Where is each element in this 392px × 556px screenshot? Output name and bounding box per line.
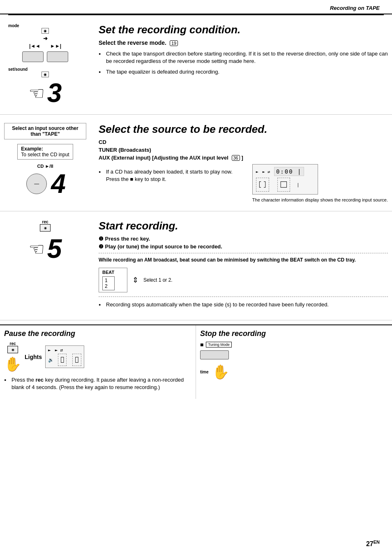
source-aux: AUX (External input) [Adjusting the AUX … — [99, 155, 388, 161]
pause-title: Pause the recording — [4, 329, 191, 338]
pause-section: Pause the recording rec ◉ ✋ Lights ► — [0, 325, 196, 398]
dashed-divider2 — [99, 297, 388, 297]
time-label: time — [200, 370, 209, 374]
section-start-recording: rec ◉ ☞ 5 Start recording. ❶ Press the r… — [0, 211, 392, 320]
pause-bullet: Press the rec key during recording. It p… — [4, 376, 191, 391]
display-caption: The character information display shows … — [252, 197, 388, 203]
display-row2: ┌ ┐└ ┘ ┌─┐└─┘ | — [256, 178, 314, 192]
pause-diagram: rec ◉ ✋ Lights ► ► ⇄ 🔉 — [4, 341, 191, 372]
bottom-row: Pause the recording rec ◉ ✋ Lights ► — [0, 324, 392, 398]
tuning-mode-box: Tuning Mode — [206, 342, 231, 348]
prev-button[interactable] — [22, 51, 44, 62]
page-header: Recording on TAPE — [0, 0, 392, 14]
lights-area: Lights — [25, 354, 42, 360]
next-arrow: ►►| — [50, 43, 61, 49]
hand-icon2: ☞ — [29, 239, 45, 259]
display-row1: ► ► ⇄ 0:00 | — [256, 167, 314, 176]
source-tuner: TUNER (Broadcasts) — [99, 147, 388, 153]
repeat-icon: ► ⇄ — [263, 169, 270, 174]
pause-disp-row1: ► ► ⇄ — [48, 348, 81, 353]
page-number-suffix: EN — [374, 540, 380, 544]
section2-text: Select the source to be recorded. CD TUN… — [90, 119, 392, 207]
stop-button[interactable] — [200, 350, 229, 359]
pause-speaker-icon: 🔉 — [48, 357, 54, 363]
section3-title: Start recording. — [99, 220, 388, 232]
rec-box[interactable]: ◉ — [40, 224, 51, 232]
section3-bullets: Recording stops automatically when the t… — [99, 301, 388, 308]
rec-label: rec — [42, 220, 48, 224]
bullet-item: If a CD has already been loaded, it star… — [99, 168, 244, 183]
pause-disp-row2: 🔉 ┌┐└┘ ┌┐└┘ — [48, 354, 81, 366]
step1-annotation: mode ◉ ➜ |◄◄ ►►| set/sound ◉ — [4, 23, 86, 106]
section-select-source: Select an input source other than "TAPE"… — [0, 115, 392, 211]
transport-buttons — [22, 51, 68, 62]
section2-diagram: Select an input source other than "TAPE"… — [0, 119, 90, 207]
section2-bullets: If a CD has already been loaded, it star… — [99, 168, 244, 186]
beat-arrow: ⇕ — [132, 276, 138, 285]
section1-ref: 19 — [170, 40, 178, 46]
page-number: 27 — [366, 540, 374, 547]
example-box: Example: To select the CD input — [17, 144, 73, 160]
stop-section: Stop the recording ■ Tuning Mode time ✋ — [196, 325, 392, 398]
dashed-divider1 — [99, 253, 388, 253]
track-display: ┌ ┐└ ┘ — [256, 178, 269, 192]
display-area: ► ► ⇄ 0:00 | ┌ ┐└ ┘ ┌─┐└─┘ | The charact… — [252, 164, 388, 203]
bullet-item: Recording stops automatically when the t… — [99, 301, 388, 308]
right-arrow-icon: ➜ — [43, 35, 48, 42]
section1-subtitle: Select the reverse mode. 19 — [99, 39, 388, 46]
pause-hand-icon: ✋ — [4, 356, 21, 372]
step2-number: 4 — [51, 171, 66, 197]
bullet-item: The tape equalizer is defeated during re… — [99, 68, 388, 76]
pause-repeat: ► ⇄ — [55, 348, 63, 353]
section1-diagram: mode ◉ ➜ |◄◄ ►►| set/sound ◉ — [0, 19, 90, 110]
arrow-row: ➜ — [43, 35, 48, 42]
header-title: Recording on TAPE — [330, 5, 380, 11]
lights-label: Lights — [25, 354, 42, 360]
page: Recording on TAPE mode ◉ ➜ |◄◄ ►►| — [0, 0, 392, 556]
beat-row: BEAT 1 2 ⇕ Select 1 or 2. — [99, 268, 388, 292]
step2-annotation: Select an input source other than "TAPE"… — [4, 123, 86, 197]
bullet-item: Check the tape transport direction befor… — [99, 50, 388, 65]
pause-play-icon: ► — [48, 348, 51, 353]
set-sound-box[interactable]: ◉ — [42, 72, 49, 77]
play-icon: ► — [256, 169, 258, 174]
time-display: 0:00 | — [274, 167, 304, 176]
seg-display2: ┌─┐└─┘ — [277, 178, 291, 192]
cd-button[interactable]: — — [26, 174, 47, 194]
pause-display: ► ► ⇄ 🔉 ┌┐└┘ ┌┐└┘ — [45, 345, 84, 368]
beat-numbers: 1 2 — [102, 276, 115, 290]
pause-seg: ┌┐└┘ — [58, 354, 67, 366]
pause-rec-label: rec — [9, 341, 16, 346]
section-set-recording: mode ◉ ➜ |◄◄ ►►| set/sound ◉ — [0, 15, 392, 115]
prev-arrow: |◄◄ — [29, 43, 40, 49]
section1-title: Set the recording condition. — [99, 23, 388, 36]
beat-title: BEAT — [102, 270, 124, 275]
section2-body: If a CD has already been loaded, it star… — [99, 164, 388, 203]
button-arrows: |◄◄ ►►| — [29, 43, 61, 49]
stop-hand-icon: ✋ — [212, 364, 229, 380]
section1-text: Set the recording condition. Select the … — [90, 19, 392, 110]
step3-step2: ❷ Play (or tune) the input source to be … — [99, 243, 388, 250]
set-sound-label: set/sound — [8, 67, 28, 72]
section1-bullets: Check the tape transport direction befor… — [99, 50, 388, 76]
pause-rec-box[interactable]: ◉ — [7, 346, 18, 353]
step1-number: 3 — [47, 80, 62, 106]
mode-box[interactable]: ◉ — [42, 28, 49, 34]
aux-ref: 36 — [232, 155, 240, 161]
next-button[interactable] — [47, 51, 68, 62]
stop-time-row: time ✋ — [200, 364, 229, 380]
stop-top-row: ■ Tuning Mode — [200, 341, 233, 348]
select-label: Select 1 or 2. — [143, 277, 173, 283]
step3-number: 5 — [47, 236, 62, 262]
cd-play-label-row: CD ►/II — [37, 163, 53, 169]
section2-title: Select the source to be recorded. — [99, 123, 388, 136]
section3-subnote: While recording an AM broadcast, beat so… — [99, 257, 388, 264]
beat-box: BEAT 1 2 — [99, 268, 127, 292]
pause-seg2: ┌┐└┘ — [72, 354, 81, 366]
mode-label: mode — [8, 23, 19, 28]
section3-text: Start recording. ❶ Press the rec key. ❷ … — [90, 215, 392, 316]
stop-title: Stop the recording — [200, 329, 388, 338]
step3-step1: ❶ Press the rec key. — [99, 236, 388, 242]
stop-square-icon: ■ — [200, 341, 203, 348]
step3-annotation: rec ◉ ☞ 5 — [4, 220, 86, 262]
